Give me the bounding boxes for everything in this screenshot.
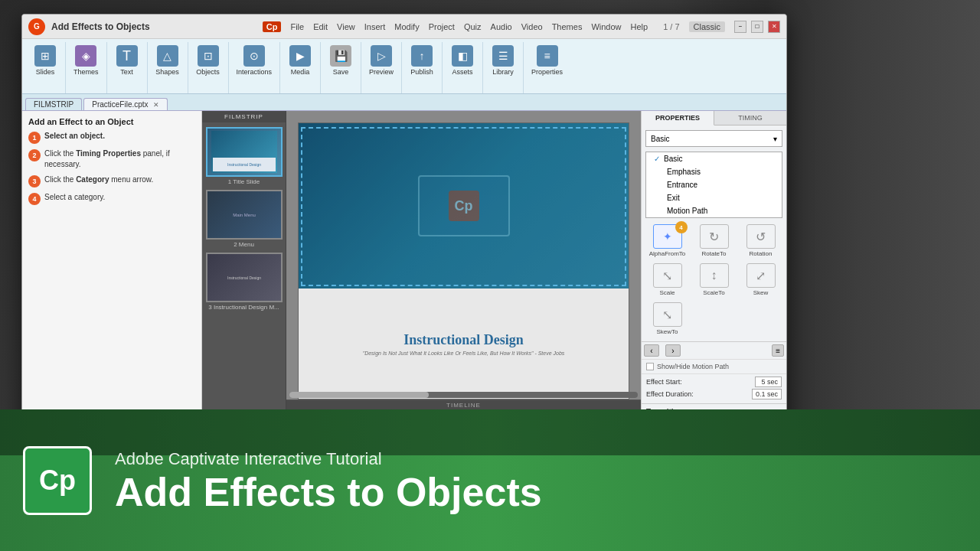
effect-scale[interactable]: ⤡ Scale: [645, 262, 689, 298]
tutorial-title: Add Effects to Objects: [115, 472, 957, 512]
cp-logo: Cp: [23, 446, 92, 515]
panel-prev-button[interactable]: ‹: [644, 344, 659, 357]
maximize-button[interactable]: □: [751, 21, 763, 33]
shapes-icon: △: [157, 45, 178, 67]
ribbon-text-button[interactable]: T Text: [112, 44, 142, 77]
objects-icon: ⊡: [198, 45, 219, 67]
ribbon-properties-button[interactable]: ≡ Properties: [528, 44, 566, 77]
panel-next-button[interactable]: ›: [665, 344, 681, 357]
menu-help[interactable]: Help: [631, 22, 648, 31]
effect-rotation[interactable]: ↺ Rotation: [739, 223, 782, 259]
ribbon: ⊞ Slides ◈ Themes T Text △ Shapes ⊡: [22, 39, 786, 94]
h-scrollbar[interactable]: [289, 392, 638, 398]
app-window: G Add Effects to Objects Cp File Edit Vi…: [21, 14, 787, 439]
menu-themes[interactable]: Themes: [552, 22, 583, 31]
effect-badge: 4: [675, 221, 688, 233]
menu-project[interactable]: Project: [429, 22, 455, 31]
menu-item-motion-path[interactable]: Motion Path: [646, 204, 782, 217]
library-icon: ☰: [492, 45, 514, 67]
view-mode[interactable]: Classic: [689, 21, 725, 32]
filmstrip-thumb-2[interactable]: Main Menu: [206, 190, 283, 240]
menu-item-emphasis[interactable]: Emphasis: [646, 165, 782, 178]
dropdown-arrow-icon: ▾: [773, 135, 777, 143]
menu-item-entrance[interactable]: Entrance: [646, 178, 782, 191]
themes-icon: ◈: [75, 45, 96, 67]
effect-alphafromto[interactable]: ✦ 4 AlphaFromTo: [645, 223, 689, 259]
tutorial-text: Adobe Captivate Interactive Tutorial Add…: [115, 449, 957, 512]
menu-insert[interactable]: Insert: [364, 22, 386, 31]
tab-practicefile[interactable]: PracticeFile.cptx ✕: [83, 98, 168, 110]
ribbon-objects-button[interactable]: ⊡ Objects: [193, 44, 224, 77]
right-panel: PROPERTIES TIMING Basic ▾ Basic Emphasis: [641, 111, 786, 438]
ribbon-save-button[interactable]: 💾 Save: [325, 44, 356, 77]
motion-path-label: Show/Hide Motion Path: [657, 363, 729, 370]
slide-title: Instructional Design: [403, 332, 524, 348]
minimize-button[interactable]: −: [734, 21, 746, 33]
effect-duration-value[interactable]: 0.1 sec: [752, 389, 782, 399]
category-dropdown[interactable]: Basic ▾: [645, 130, 782, 147]
effect-start-value[interactable]: 5 sec: [755, 377, 782, 387]
tab-filmstrip[interactable]: FILMSTRIP: [25, 98, 82, 110]
motion-path-row: Show/Hide Motion Path: [642, 359, 786, 373]
ribbon-interactions-button[interactable]: ⊙ Interactions: [234, 44, 276, 77]
ribbon-group-shapes: △ Shapes: [148, 42, 188, 93]
ribbon-shapes-button[interactable]: △ Shapes: [152, 44, 183, 77]
save-icon: 💾: [330, 45, 351, 67]
ribbon-assets-button[interactable]: ◧ Assets: [447, 44, 478, 77]
menu-window[interactable]: Window: [591, 22, 621, 31]
menu-file[interactable]: File: [290, 22, 304, 31]
menu-item-basic[interactable]: Basic: [646, 152, 782, 165]
effect-start-row: Effect Start: 5 sec: [646, 377, 782, 387]
menu-video[interactable]: Video: [521, 22, 543, 31]
tab-properties[interactable]: PROPERTIES: [642, 111, 714, 126]
ribbon-group-library: ☰ Library: [483, 42, 524, 93]
slide-bottom: Instructional Design "Design Is Not Just…: [299, 289, 629, 399]
ribbon-group-assets: ◧ Assets: [443, 42, 483, 93]
effect-scaleto[interactable]: ↕ ScaleTo: [692, 262, 736, 298]
assets-icon: ◧: [452, 45, 473, 67]
menu-item-exit[interactable]: Exit: [646, 191, 782, 204]
interactions-icon: ⊙: [243, 45, 265, 67]
filmstrip-slide-3[interactable]: Instructional Design 3 Instructional Des…: [206, 253, 282, 311]
ribbon-themes-button[interactable]: ◈ Themes: [70, 44, 102, 77]
ribbon-group-media: ▶ Media: [280, 42, 321, 93]
motion-path-checkbox[interactable]: [646, 363, 654, 370]
ribbon-publish-button[interactable]: ↑ Publish: [407, 44, 437, 77]
right-panel-tabs: PROPERTIES TIMING: [642, 111, 786, 126]
ribbon-library-button[interactable]: ☰ Library: [488, 44, 518, 77]
slide-content: Cp Instructional Design "Design Is Not J…: [299, 123, 629, 399]
step-3-text: Click the Category menu arrow.: [44, 174, 153, 185]
close-button[interactable]: ✕: [768, 21, 780, 33]
filmstrip-slide-2[interactable]: Main Menu 2 Menu: [206, 190, 282, 248]
filmstrip-label-3: 3 Instructional Design M...: [206, 304, 282, 311]
effect-rotateto[interactable]: ↻ RotateTo: [692, 223, 736, 259]
ribbon-preview-button[interactable]: ▷ Preview: [366, 44, 397, 77]
menu-view[interactable]: View: [337, 22, 355, 31]
document-tabs: FILMSTRIP PracticeFile.cptx ✕: [22, 94, 786, 111]
preview-icon: ▷: [371, 45, 392, 67]
filmstrip-header: FILMSTRIP: [202, 111, 286, 122]
menu-cp[interactable]: Cp: [263, 21, 282, 32]
tab-close-icon[interactable]: ✕: [153, 101, 159, 109]
step-4: 4 Select a category.: [28, 192, 195, 205]
menu-modify[interactable]: Modify: [394, 22, 419, 31]
filmstrip-slide-1[interactable]: Instructional Design 1 Title Slide: [206, 127, 282, 185]
menu-audio[interactable]: Audio: [491, 22, 512, 31]
tutorial-overlay: Cp Adobe Captivate Interactive Tutorial …: [0, 409, 980, 551]
filmstrip-thumb-1[interactable]: Instructional Design: [206, 127, 283, 177]
effect-skewto[interactable]: ⤡ SkewTo: [645, 301, 689, 337]
effect-duration-label: Effect Duration:: [646, 390, 694, 398]
tab-timing[interactable]: TIMING: [714, 111, 786, 125]
effect-timing: Effect Start: 5 sec Effect Duration: 0.1…: [642, 373, 786, 403]
publish-icon: ↑: [411, 45, 433, 67]
ribbon-media-button[interactable]: ▶ Media: [285, 44, 315, 77]
ribbon-group-themes: ◈ Themes: [66, 42, 107, 93]
step-4-number: 4: [28, 193, 41, 205]
h-scrollbar-thumb[interactable]: [289, 392, 429, 398]
menu-quiz[interactable]: Quiz: [464, 22, 482, 31]
menu-edit[interactable]: Edit: [313, 22, 328, 31]
ribbon-slides-button[interactable]: ⊞ Slides: [30, 44, 60, 77]
panel-list-button[interactable]: ≡: [772, 344, 784, 357]
effect-skew[interactable]: ⤢ Skew: [739, 262, 782, 298]
filmstrip-thumb-3[interactable]: Instructional Design: [206, 253, 283, 302]
